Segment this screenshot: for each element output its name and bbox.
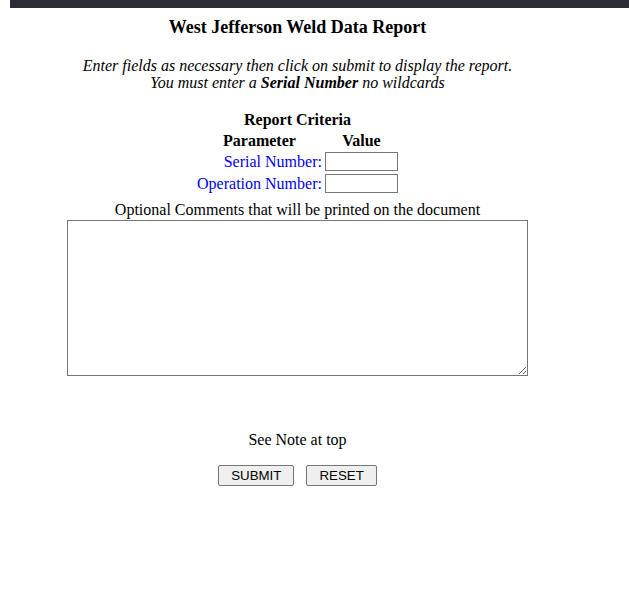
reset-button[interactable]: RESET [306, 465, 376, 486]
instruction-line-2-suffix: no wildcards [358, 74, 445, 91]
serial-number-label[interactable]: Serial Number: [224, 153, 322, 170]
criteria-header-row: Parameter Value [197, 133, 398, 149]
operation-number-input[interactable] [325, 174, 398, 193]
column-header-parameter: Parameter [197, 133, 322, 149]
top-bar [10, 0, 629, 8]
comments-textarea[interactable] [67, 220, 528, 376]
serial-number-emphasis: Serial Number [261, 74, 358, 91]
criteria-table: Parameter Value Serial Number: Operation… [194, 130, 401, 196]
report-criteria-heading: Report Criteria [0, 111, 595, 128]
report-form-page: West Jefferson Weld Data Report Enter fi… [0, 0, 595, 486]
instruction-line-1: Enter fields as necessary then click on … [0, 57, 595, 74]
serial-number-input[interactable] [325, 152, 398, 171]
comments-label: Optional Comments that will be printed o… [0, 201, 595, 218]
see-note-text: See Note at top [0, 431, 595, 448]
operation-number-row: Operation Number: [197, 174, 398, 193]
serial-number-value-cell [325, 152, 398, 171]
operation-number-label[interactable]: Operation Number: [197, 175, 322, 192]
serial-number-row: Serial Number: [197, 152, 398, 171]
instruction-line-2-prefix: You must enter a [150, 74, 261, 91]
page-title: West Jefferson Weld Data Report [0, 17, 595, 38]
submit-button[interactable]: SUBMIT [218, 465, 294, 486]
instruction-line-2: You must enter a Serial Number no wildca… [0, 74, 595, 91]
instructions: Enter fields as necessary then click on … [0, 57, 595, 91]
serial-number-label-cell: Serial Number: [197, 152, 322, 171]
column-header-value: Value [325, 133, 398, 149]
button-row: SUBMIT RESET [0, 465, 595, 486]
operation-number-label-cell: Operation Number: [197, 174, 322, 193]
operation-number-value-cell [325, 174, 398, 193]
